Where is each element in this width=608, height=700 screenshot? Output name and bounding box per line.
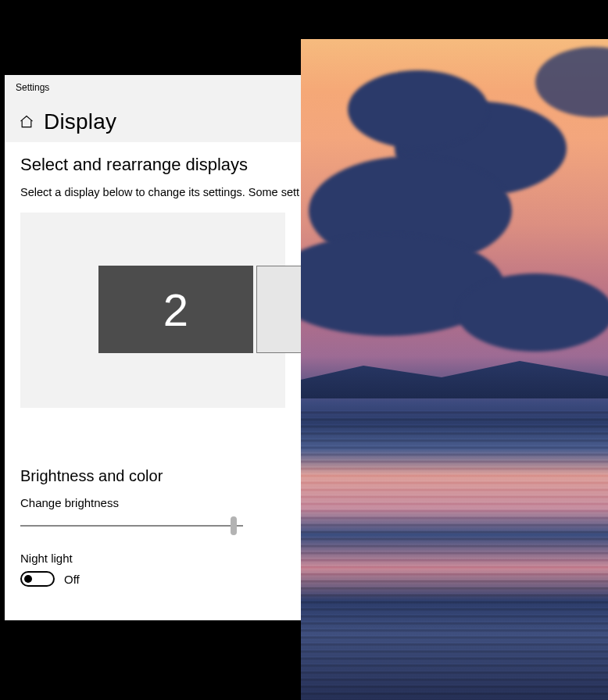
home-icon[interactable] [19, 114, 34, 130]
slider-track [20, 525, 243, 527]
slider-thumb[interactable] [231, 516, 237, 535]
brightness-label: Change brightness [20, 496, 285, 509]
night-light-toggle[interactable] [20, 571, 55, 587]
brightness-heading: Brightness and color [20, 467, 285, 485]
settings-window: Settings Display Select and rearrange di… [5, 75, 301, 620]
display-monitor-2[interactable]: 2 [98, 266, 253, 353]
page-header: Display [5, 100, 301, 142]
desktop-wallpaper [301, 39, 608, 700]
display-monitor-label: 2 [163, 284, 188, 336]
display-monitor-secondary[interactable] [256, 266, 301, 353]
window-titlebar[interactable]: Settings [5, 75, 301, 100]
brightness-slider[interactable] [20, 516, 243, 538]
window-title: Settings [16, 82, 49, 93]
toggle-knob [24, 575, 32, 583]
page-title: Display [44, 109, 116, 134]
night-light-label: Night light [20, 552, 285, 565]
rearrange-heading: Select and rearrange displays [20, 155, 285, 175]
night-light-state: Off [64, 573, 80, 586]
rearrange-description: Select a display below to change its set… [20, 186, 285, 198]
display-arrangement-area[interactable]: 2 [20, 212, 285, 408]
